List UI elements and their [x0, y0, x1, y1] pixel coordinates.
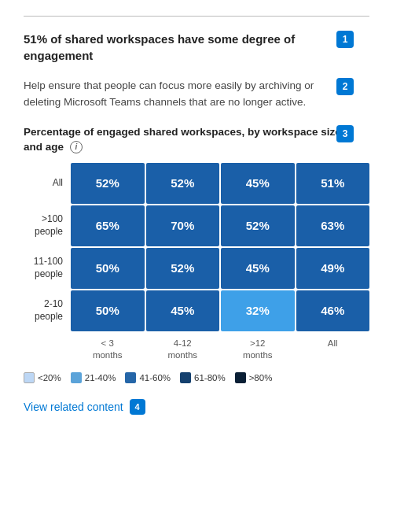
cell-r2-c2: 45% — [221, 248, 295, 289]
cell-r3-c0: 50% — [71, 290, 145, 331]
chart-section: 3 Percentage of engaged shared workspace… — [24, 125, 369, 383]
row-label-1: >100 people — [24, 205, 69, 246]
row-label-0: All — [24, 163, 69, 204]
col-header-2: >12 months — [221, 336, 295, 363]
description-text: Help ensure that people can focus more e… — [24, 78, 369, 111]
cell-r0-c2: 45% — [221, 163, 295, 204]
legend-label-2: 41-60% — [139, 373, 171, 382]
cell-r1-c2: 52% — [221, 205, 295, 246]
legend-item-1: 21-40% — [71, 372, 116, 383]
chart-wrapper: All52%52%45%51%>100 people65%70%52%63%11… — [24, 163, 369, 363]
cell-r0-c1: 52% — [146, 163, 220, 204]
info-icon[interactable]: i — [70, 141, 83, 153]
cell-r2-c1: 52% — [146, 248, 220, 289]
legend-swatch-1 — [71, 372, 82, 383]
col-header-row: < 3 months4-12 months>12 monthsAll — [24, 336, 369, 363]
legend-item-4: >80% — [235, 372, 273, 383]
legend-item-2: 41-60% — [125, 372, 171, 383]
section-title-block: 1 51% of shared workspaces have some deg… — [24, 31, 369, 64]
cell-r1-c1: 70% — [146, 205, 220, 246]
col-header-0: < 3 months — [71, 336, 145, 363]
cell-r2-c3: 49% — [296, 248, 370, 289]
cell-r3-c1: 45% — [146, 290, 220, 331]
badge-2: 2 — [336, 78, 354, 95]
legend-swatch-2 — [125, 372, 136, 383]
legend-label-4: >80% — [249, 373, 273, 382]
legend-label-3: 61-80% — [194, 373, 226, 382]
chart-grid: All52%52%45%51%>100 people65%70%52%63%11… — [24, 163, 369, 333]
col-header-empty — [24, 336, 69, 363]
col-header-3: All — [296, 336, 370, 363]
badge-1: 1 — [336, 31, 354, 48]
section-description-block: 2 Help ensure that people can focus more… — [24, 78, 369, 111]
chart-title: Percentage of engaged shared workspaces,… — [24, 125, 369, 155]
cell-r0-c0: 52% — [71, 163, 145, 204]
row-label-2: 11-100 people — [24, 248, 69, 289]
col-header-1: 4-12 months — [146, 336, 220, 363]
legend-item-0: <20% — [24, 372, 61, 383]
view-related-section: View related content 4 — [24, 399, 369, 415]
page-container: 1 51% of shared workspaces have some deg… — [0, 0, 393, 430]
top-divider — [24, 16, 369, 17]
badge-3: 3 — [336, 125, 354, 142]
legend-swatch-0 — [24, 372, 35, 383]
cell-r0-c3: 51% — [296, 163, 370, 204]
cell-r3-c2: 32% — [221, 290, 295, 331]
cell-r1-c3: 63% — [296, 205, 370, 246]
cell-r2-c0: 50% — [71, 248, 145, 289]
legend-label-0: <20% — [38, 373, 61, 382]
row-label-3: 2-10 people — [24, 290, 69, 331]
legend-row: <20%21-40%41-60%61-80%>80% — [24, 372, 369, 383]
main-title: 51% of shared workspaces have some degre… — [24, 31, 369, 64]
legend-item-3: 61-80% — [180, 372, 226, 383]
legend-swatch-4 — [235, 372, 246, 383]
legend-label-1: 21-40% — [85, 373, 116, 382]
badge-4: 4 — [130, 399, 145, 415]
view-related-link[interactable]: View related content — [24, 401, 123, 413]
legend-swatch-3 — [180, 372, 191, 383]
cell-r1-c0: 65% — [71, 205, 145, 246]
cell-r3-c3: 46% — [296, 290, 370, 331]
